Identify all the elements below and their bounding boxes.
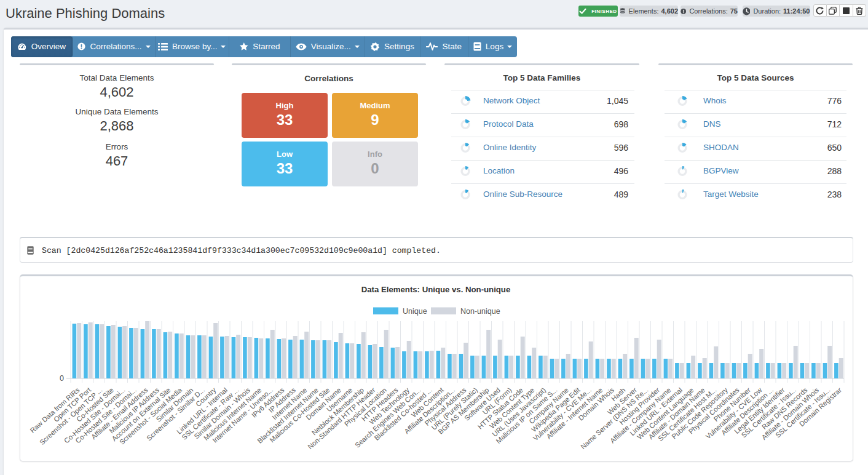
svg-text:Non-unique: Non-unique [460, 307, 500, 316]
svg-text:Data Elements: Unique vs. Non-: Data Elements: Unique vs. Non-unique [361, 285, 511, 294]
svg-text:0: 0 [60, 374, 64, 383]
svg-text:Unique: Unique [403, 307, 427, 316]
